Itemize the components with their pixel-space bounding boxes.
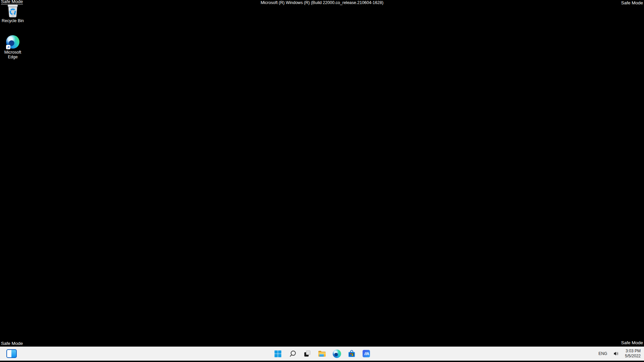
desktop-icon-recycle-bin[interactable]: Recycle Bin [0,3,25,23]
edge-icon [333,350,341,358]
system-tray: ENG 3:03 PM 5/5/2022 [598,347,641,361]
task-view-icon [304,350,311,357]
clock-date: 5/5/2022 [625,354,641,359]
pinned-app-button[interactable] [360,347,373,360]
widgets-button[interactable] [5,347,18,360]
desktop-icon-microsoft-edge[interactable]: Microsoft Edge [0,35,25,60]
pinned-app-icon [363,350,370,357]
safe-mode-watermark-bottom-left: Safe Mode [1,341,23,346]
windows-build-banner: Microsoft (R) Windows (R) (Build 22000.c… [261,0,383,5]
volume-button[interactable] [613,350,620,357]
safe-mode-watermark-top-right: Safe Mode [621,0,643,6]
shortcut-arrow-icon [6,45,10,49]
edge-button[interactable] [330,347,343,360]
language-indicator[interactable]: ENG [598,350,608,357]
microsoft-store-icon [347,350,356,358]
taskbar-center-icons [271,347,373,361]
widgets-icon [6,349,17,358]
clock[interactable]: 3:03 PM 5/5/2022 [625,349,641,359]
search-button[interactable] [286,347,299,360]
microsoft-edge-label: Microsoft Edge [2,50,24,60]
file-explorer-button[interactable] [315,347,329,360]
recycle-bin-icon [6,3,20,18]
microsoft-edge-icon [6,35,20,49]
start-icon [274,350,282,358]
start-button[interactable] [271,347,284,360]
speaker-icon [613,351,619,356]
taskbar: ENG 3:03 PM 5/5/2022 [0,347,644,361]
task-view-button[interactable] [301,347,314,360]
safe-mode-watermark-bottom-right: Safe Mode [621,340,643,346]
microsoft-store-button[interactable] [345,347,358,360]
file-explorer-icon [318,349,326,358]
search-icon [289,350,297,358]
recycle-bin-label: Recycle Bin [2,18,24,23]
clock-time: 3:03 PM [625,349,641,354]
